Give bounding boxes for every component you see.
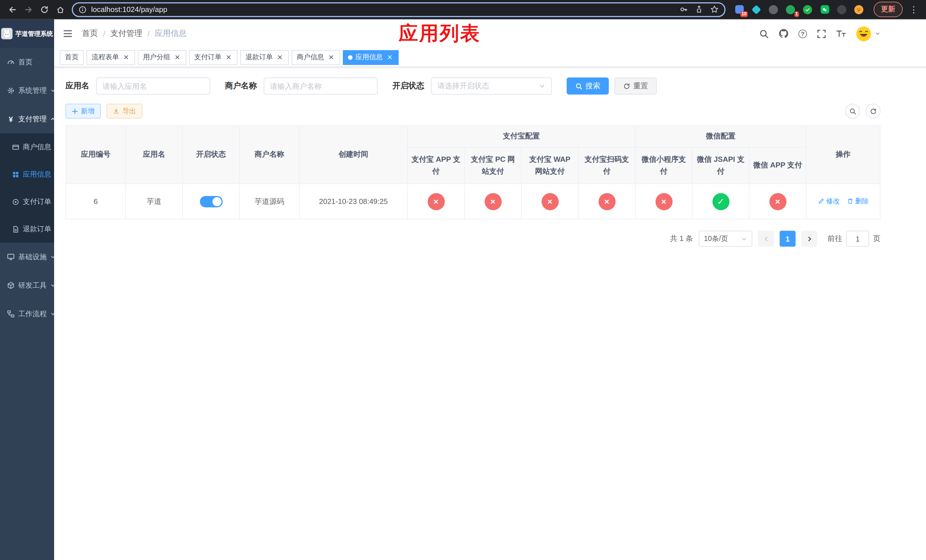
cell-ops: 修改 删除 bbox=[806, 184, 880, 219]
prev-page-button[interactable] bbox=[758, 231, 774, 247]
extension-icon-wechat[interactable] bbox=[819, 4, 830, 15]
monitor-icon bbox=[7, 253, 15, 261]
address-bar[interactable]: localhost:1024/pay/app bbox=[72, 2, 726, 17]
page-size-select[interactable]: 10条/页 bbox=[699, 231, 752, 247]
col-wechat-jsapi: 微信 JSAPI 支付 bbox=[692, 147, 749, 184]
sidebar-item-infra[interactable]: 基础设施 bbox=[0, 243, 54, 271]
app-name-label: 应用名 bbox=[65, 81, 89, 91]
enabled-status-icon: ✓ bbox=[712, 193, 729, 210]
sidebar-item-payment[interactable]: ¥ 支付管理 bbox=[0, 105, 54, 133]
sidebar-item-app-info[interactable]: 应用信息 bbox=[0, 160, 54, 188]
tab-refund-order[interactable]: 退款订单 bbox=[240, 50, 289, 65]
cell-alipay-wap: × bbox=[521, 184, 578, 219]
extension-icon-globe[interactable] bbox=[768, 4, 779, 15]
close-icon[interactable] bbox=[173, 53, 181, 61]
search-button[interactable]: 搜索 bbox=[567, 77, 609, 95]
font-size-icon[interactable] bbox=[836, 29, 846, 38]
app-name-input[interactable] bbox=[103, 82, 204, 90]
breadcrumb-home[interactable]: 首页 bbox=[82, 29, 98, 39]
page-title-annotation: 应用列表 bbox=[399, 21, 481, 47]
sidebar-item-workflow[interactable]: 工作流程 bbox=[0, 300, 54, 328]
search-form: 应用名 商户名称 开启状态 请选择开启状态 bbox=[65, 77, 881, 95]
site-info-icon[interactable] bbox=[79, 5, 86, 14]
bookmark-star-icon[interactable] bbox=[710, 5, 719, 14]
browser-refresh-button[interactable] bbox=[38, 3, 51, 16]
fullscreen-icon[interactable] bbox=[817, 29, 826, 38]
refresh-table-button[interactable] bbox=[865, 104, 881, 118]
sidebar-item-refund-order[interactable]: 退款订单 bbox=[0, 215, 54, 243]
browser-back-button[interactable] bbox=[6, 3, 20, 16]
profile-avatar-icon[interactable] bbox=[853, 4, 864, 15]
add-button[interactable]: 新增 bbox=[65, 104, 101, 118]
status-toggle[interactable] bbox=[200, 196, 222, 207]
tab-flow-form[interactable]: 流程表单 bbox=[86, 50, 135, 65]
reset-button[interactable]: 重置 bbox=[614, 77, 657, 95]
extension-icon-puzzle[interactable]: 10 bbox=[734, 4, 745, 15]
search-icon[interactable] bbox=[759, 29, 769, 38]
browser-forward-button[interactable] bbox=[22, 3, 35, 16]
extension-icon-pin[interactable] bbox=[836, 4, 847, 15]
close-icon[interactable] bbox=[224, 53, 232, 61]
sidebar-item-label: 研发工具 bbox=[18, 281, 47, 290]
goto-label: 前往 bbox=[828, 233, 842, 244]
status-select[interactable]: 请选择开启状态 bbox=[431, 77, 552, 95]
sidebar-item-pay-order[interactable]: 支付订单 bbox=[0, 188, 54, 215]
col-status: 开启状态 bbox=[183, 126, 239, 184]
extension-badge: 1 bbox=[794, 11, 799, 17]
close-icon[interactable] bbox=[122, 53, 130, 61]
extension-icon-check[interactable] bbox=[802, 4, 813, 15]
next-page-button[interactable] bbox=[801, 231, 817, 247]
tab-user-group[interactable]: 用户分组 bbox=[138, 50, 186, 65]
close-icon[interactable] bbox=[275, 53, 284, 61]
cell-created: 2021-10-23 08:49:25 bbox=[299, 184, 407, 219]
sidebar-item-dev-tools[interactable]: 研发工具 bbox=[0, 271, 54, 300]
cell-alipay-pc: × bbox=[465, 184, 521, 219]
omnibox-actions bbox=[679, 5, 719, 14]
delete-row-link[interactable]: 删除 bbox=[847, 197, 869, 206]
breadcrumb-payment[interactable]: 支付管理 bbox=[110, 29, 142, 39]
sidebar-item-merchant-info[interactable]: 商户信息 bbox=[0, 133, 54, 160]
table-row: 6 芋道 芋道源码 2021-10-23 08:49:25 × × × × × bbox=[66, 184, 880, 219]
tab-app-info[interactable]: 应用信息 bbox=[343, 50, 399, 65]
user-menu[interactable] bbox=[856, 26, 881, 41]
cell-wechat-app: × bbox=[749, 184, 806, 219]
sidebar-item-system[interactable]: 系统管理 bbox=[0, 76, 54, 105]
logo-rabbit-icon bbox=[1, 28, 12, 39]
sidebar-collapse-button[interactable] bbox=[63, 29, 73, 39]
chevron-up-icon bbox=[50, 116, 56, 122]
share-icon[interactable] bbox=[695, 5, 703, 14]
page-number-1[interactable]: 1 bbox=[780, 231, 796, 247]
browser-home-button[interactable] bbox=[53, 3, 67, 16]
cell-app-name: 芋道 bbox=[126, 184, 183, 219]
cell-app-id: 6 bbox=[66, 184, 126, 219]
tab-merchant-info[interactable]: 商户信息 bbox=[292, 50, 340, 65]
browser-update-button[interactable]: 更新 bbox=[874, 2, 903, 17]
edit-row-link[interactable]: 修改 bbox=[817, 197, 840, 206]
tab-pay-order[interactable]: 支付订单 bbox=[189, 50, 238, 65]
password-key-icon[interactable] bbox=[679, 5, 688, 14]
cell-wechat-mini: × bbox=[635, 184, 692, 219]
browser-menu-button[interactable]: ⋮ bbox=[907, 4, 920, 15]
merchant-name-input[interactable] bbox=[270, 82, 371, 90]
extension-icon-green-badge[interactable]: 1 bbox=[785, 4, 796, 15]
tab-home[interactable]: 首页 bbox=[60, 50, 84, 65]
breadcrumb-separator: / bbox=[103, 29, 105, 38]
sidebar-item-home[interactable]: 首页 bbox=[0, 48, 54, 76]
toggle-search-button[interactable] bbox=[845, 104, 860, 118]
url-text: localhost:1024/pay/app bbox=[91, 5, 167, 14]
merchant-name-input-wrap bbox=[264, 77, 378, 95]
payment-submenu: 商户信息 应用信息 支付订单 bbox=[0, 133, 54, 243]
top-navbar: 首页 / 支付管理 / 应用信息 应用列表 ? bbox=[54, 20, 926, 48]
extension-icon-diamond[interactable] bbox=[750, 4, 762, 15]
close-icon[interactable] bbox=[386, 53, 393, 61]
app-logo[interactable]: 芋道管理系统 bbox=[0, 20, 54, 48]
cell-status bbox=[183, 184, 239, 219]
disabled-status-icon: × bbox=[427, 193, 445, 210]
sidebar-item-label: 退款订单 bbox=[23, 224, 51, 234]
github-icon[interactable] bbox=[779, 29, 789, 39]
goto-page-input[interactable] bbox=[846, 231, 869, 247]
help-icon[interactable]: ? bbox=[799, 29, 807, 38]
export-button[interactable]: 导出 bbox=[106, 104, 142, 118]
close-icon[interactable] bbox=[327, 53, 335, 61]
breadcrumb: 首页 / 支付管理 / 应用信息 bbox=[82, 29, 187, 39]
